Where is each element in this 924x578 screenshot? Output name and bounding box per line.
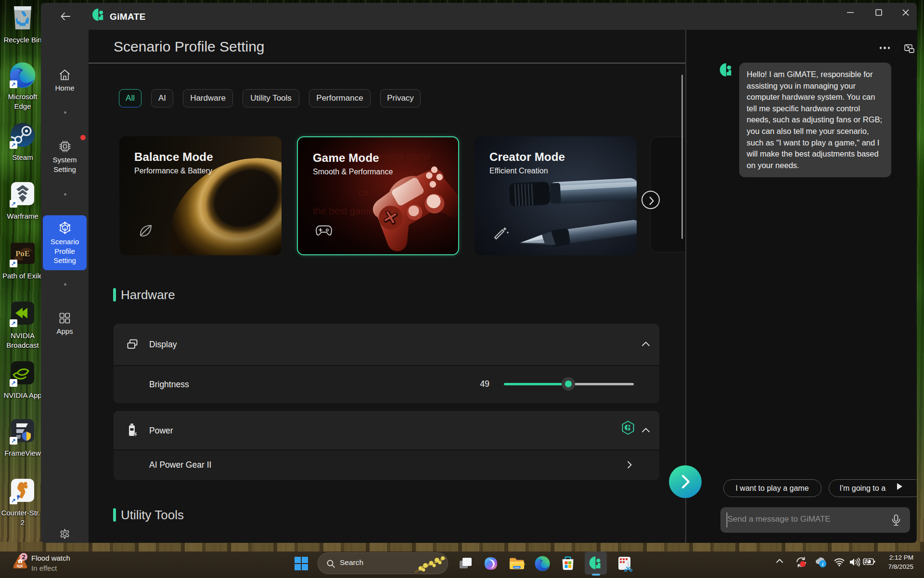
svg-text:2: 2: [22, 553, 25, 561]
svg-text:PoE: PoE: [15, 249, 30, 258]
